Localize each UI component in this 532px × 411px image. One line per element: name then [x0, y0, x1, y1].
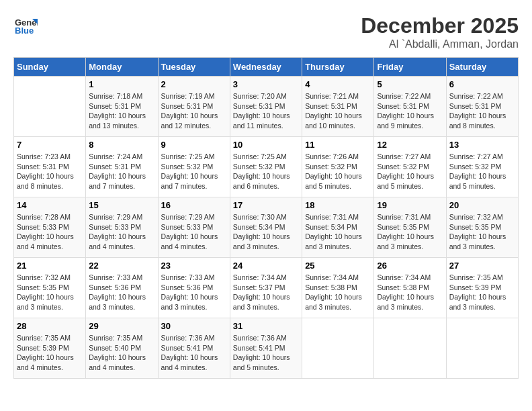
logo-icon: General Blue: [13, 13, 38, 38]
day-number: 7: [17, 140, 83, 150]
calendar-cell: 31Sunrise: 7:36 AM Sunset: 5:41 PM Dayli…: [230, 318, 302, 379]
day-info: Sunrise: 7:26 AM Sunset: 5:32 PM Dayligh…: [305, 152, 371, 191]
calendar-cell: 13Sunrise: 7:27 AM Sunset: 5:32 PM Dayli…: [446, 137, 518, 197]
weekday-saturday: Saturday: [446, 58, 518, 77]
weekday-wednesday: Wednesday: [230, 58, 302, 77]
calendar-cell: 15Sunrise: 7:29 AM Sunset: 5:33 PM Dayli…: [86, 197, 158, 258]
day-info: Sunrise: 7:18 AM Sunset: 5:31 PM Dayligh…: [89, 91, 154, 131]
day-info: Sunrise: 7:33 AM Sunset: 5:36 PM Dayligh…: [89, 273, 154, 312]
day-info: Sunrise: 7:20 AM Sunset: 5:31 PM Dayligh…: [233, 91, 299, 131]
day-number: 2: [161, 79, 227, 89]
day-number: 9: [161, 140, 227, 150]
day-number: 31: [233, 321, 299, 331]
calendar-cell: 23Sunrise: 7:33 AM Sunset: 5:36 PM Dayli…: [158, 258, 230, 318]
day-number: 10: [233, 140, 299, 150]
weekday-thursday: Thursday: [302, 58, 374, 77]
calendar-cell: 30Sunrise: 7:36 AM Sunset: 5:41 PM Dayli…: [158, 318, 230, 379]
day-info: Sunrise: 7:32 AM Sunset: 5:35 PM Dayligh…: [449, 212, 515, 252]
calendar-cell: 25Sunrise: 7:34 AM Sunset: 5:38 PM Dayli…: [302, 258, 374, 318]
day-info: Sunrise: 7:34 AM Sunset: 5:38 PM Dayligh…: [377, 273, 443, 312]
calendar-cell: [302, 318, 374, 379]
page-header: General Blue December 2025 Al `Abdalli, …: [13, 13, 519, 50]
calendar-cell: 21Sunrise: 7:32 AM Sunset: 5:35 PM Dayli…: [14, 258, 86, 318]
day-number: 14: [17, 200, 83, 210]
day-info: Sunrise: 7:21 AM Sunset: 5:31 PM Dayligh…: [305, 91, 371, 131]
day-number: 12: [377, 140, 443, 150]
day-number: 20: [449, 200, 515, 210]
day-info: Sunrise: 7:27 AM Sunset: 5:32 PM Dayligh…: [449, 152, 515, 191]
day-info: Sunrise: 7:23 AM Sunset: 5:31 PM Dayligh…: [17, 152, 83, 191]
day-number: 19: [377, 200, 443, 210]
day-info: Sunrise: 7:31 AM Sunset: 5:35 PM Dayligh…: [377, 212, 443, 252]
calendar-cell: 19Sunrise: 7:31 AM Sunset: 5:35 PM Dayli…: [374, 197, 446, 258]
day-number: 23: [161, 261, 227, 271]
calendar-cell: 16Sunrise: 7:29 AM Sunset: 5:33 PM Dayli…: [158, 197, 230, 258]
day-info: Sunrise: 7:34 AM Sunset: 5:37 PM Dayligh…: [233, 273, 299, 312]
day-info: Sunrise: 7:19 AM Sunset: 5:31 PM Dayligh…: [161, 91, 227, 131]
day-number: 11: [305, 140, 371, 150]
calendar-cell: 20Sunrise: 7:32 AM Sunset: 5:35 PM Dayli…: [446, 197, 518, 258]
day-number: 15: [89, 200, 154, 210]
weekday-header-row: SundayMondayTuesdayWednesdayThursdayFrid…: [14, 58, 519, 77]
day-info: Sunrise: 7:27 AM Sunset: 5:32 PM Dayligh…: [377, 152, 443, 191]
calendar-table: SundayMondayTuesdayWednesdayThursdayFrid…: [13, 57, 519, 379]
calendar-cell: 9Sunrise: 7:25 AM Sunset: 5:32 PM Daylig…: [158, 137, 230, 197]
calendar-cell: 28Sunrise: 7:35 AM Sunset: 5:39 PM Dayli…: [14, 318, 86, 379]
calendar-cell: [374, 318, 446, 379]
day-number: 4: [305, 79, 371, 89]
calendar-cell: 4Sunrise: 7:21 AM Sunset: 5:31 PM Daylig…: [302, 77, 374, 137]
calendar-cell: 1Sunrise: 7:18 AM Sunset: 5:31 PM Daylig…: [86, 77, 158, 137]
day-number: 26: [377, 261, 443, 271]
calendar-cell: 24Sunrise: 7:34 AM Sunset: 5:37 PM Dayli…: [230, 258, 302, 318]
calendar-cell: 27Sunrise: 7:35 AM Sunset: 5:39 PM Dayli…: [446, 258, 518, 318]
calendar-cell: 22Sunrise: 7:33 AM Sunset: 5:36 PM Dayli…: [86, 258, 158, 318]
day-number: 27: [449, 261, 515, 271]
calendar-cell: [446, 318, 518, 379]
day-info: Sunrise: 7:35 AM Sunset: 5:39 PM Dayligh…: [17, 333, 83, 373]
calendar-cell: 2Sunrise: 7:19 AM Sunset: 5:31 PM Daylig…: [158, 77, 230, 137]
day-info: Sunrise: 7:30 AM Sunset: 5:34 PM Dayligh…: [233, 212, 299, 252]
day-number: 18: [305, 200, 371, 210]
calendar-cell: 26Sunrise: 7:34 AM Sunset: 5:38 PM Dayli…: [374, 258, 446, 318]
calendar-cell: 12Sunrise: 7:27 AM Sunset: 5:32 PM Dayli…: [374, 137, 446, 197]
day-number: 22: [89, 261, 154, 271]
day-number: 28: [17, 321, 83, 331]
day-number: 25: [305, 261, 371, 271]
day-number: 21: [17, 261, 83, 271]
weekday-friday: Friday: [374, 58, 446, 77]
day-info: Sunrise: 7:24 AM Sunset: 5:31 PM Dayligh…: [89, 152, 154, 191]
day-info: Sunrise: 7:25 AM Sunset: 5:32 PM Dayligh…: [161, 152, 227, 191]
day-number: 29: [89, 321, 154, 331]
day-number: 24: [233, 261, 299, 271]
day-number: 30: [161, 321, 227, 331]
calendar-body: 1Sunrise: 7:18 AM Sunset: 5:31 PM Daylig…: [14, 77, 519, 379]
calendar-cell: 8Sunrise: 7:24 AM Sunset: 5:31 PM Daylig…: [86, 137, 158, 197]
title-block: December 2025 Al `Abdalli, Amman, Jordan: [361, 13, 519, 50]
location: Al `Abdalli, Amman, Jordan: [361, 38, 519, 50]
calendar-cell: 18Sunrise: 7:31 AM Sunset: 5:34 PM Dayli…: [302, 197, 374, 258]
day-info: Sunrise: 7:31 AM Sunset: 5:34 PM Dayligh…: [305, 212, 371, 252]
day-info: Sunrise: 7:36 AM Sunset: 5:41 PM Dayligh…: [161, 333, 227, 373]
calendar-week-3: 14Sunrise: 7:28 AM Sunset: 5:33 PM Dayli…: [14, 197, 519, 258]
day-info: Sunrise: 7:22 AM Sunset: 5:31 PM Dayligh…: [377, 91, 443, 131]
calendar-week-5: 28Sunrise: 7:35 AM Sunset: 5:39 PM Dayli…: [14, 318, 519, 379]
day-info: Sunrise: 7:35 AM Sunset: 5:39 PM Dayligh…: [449, 273, 515, 312]
day-number: 16: [161, 200, 227, 210]
weekday-monday: Monday: [86, 58, 158, 77]
svg-text:Blue: Blue: [15, 26, 34, 36]
weekday-tuesday: Tuesday: [158, 58, 230, 77]
day-info: Sunrise: 7:35 AM Sunset: 5:40 PM Dayligh…: [89, 333, 154, 373]
day-number: 3: [233, 79, 299, 89]
day-info: Sunrise: 7:33 AM Sunset: 5:36 PM Dayligh…: [161, 273, 227, 312]
calendar-week-1: 1Sunrise: 7:18 AM Sunset: 5:31 PM Daylig…: [14, 77, 519, 137]
day-info: Sunrise: 7:25 AM Sunset: 5:32 PM Dayligh…: [233, 152, 299, 191]
calendar-cell: 3Sunrise: 7:20 AM Sunset: 5:31 PM Daylig…: [230, 77, 302, 137]
day-info: Sunrise: 7:36 AM Sunset: 5:41 PM Dayligh…: [233, 333, 299, 373]
calendar-week-4: 21Sunrise: 7:32 AM Sunset: 5:35 PM Dayli…: [14, 258, 519, 318]
calendar-week-2: 7Sunrise: 7:23 AM Sunset: 5:31 PM Daylig…: [14, 137, 519, 197]
logo: General Blue: [13, 13, 40, 38]
day-number: 13: [449, 140, 515, 150]
weekday-sunday: Sunday: [14, 58, 86, 77]
calendar-cell: 6Sunrise: 7:22 AM Sunset: 5:31 PM Daylig…: [446, 77, 518, 137]
day-info: Sunrise: 7:34 AM Sunset: 5:38 PM Dayligh…: [305, 273, 371, 312]
